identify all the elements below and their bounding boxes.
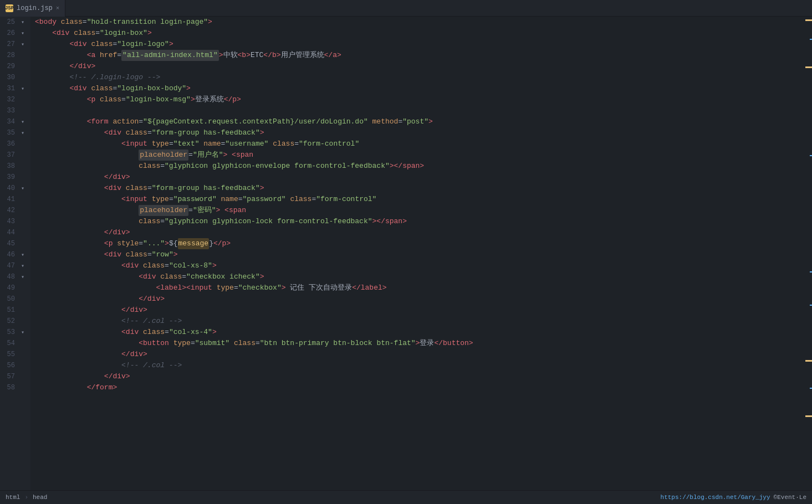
code-line: <body class="hold-transition login-page"… — [35, 17, 812, 28]
token-text: = — [147, 127, 152, 138]
token-tag: > — [260, 271, 264, 282]
code-area[interactable]: <body class="hold-transition login-page"… — [30, 17, 812, 490]
token-tag: <div — [139, 271, 156, 282]
fold-indicator[interactable]: ▾ — [19, 85, 26, 92]
line-number: 33 — [0, 107, 19, 115]
token-string: "form-group has-feedback" — [152, 127, 260, 138]
code-line: </div> — [35, 294, 812, 305]
token-tag: </a> — [324, 50, 341, 61]
token-text: = — [165, 260, 169, 271]
token-tag: </p> — [224, 94, 241, 105]
gutter-row: 55 — [0, 349, 30, 360]
gutter-row: 32 — [0, 94, 30, 105]
tab-login-jsp[interactable]: JSP login.jsp × — [0, 0, 65, 17]
line-number: 27 — [0, 40, 19, 48]
edge-mark-7 — [805, 360, 812, 362]
token-tag: <p — [104, 238, 113, 249]
token-text: = — [121, 94, 126, 105]
token-tag: > — [169, 39, 173, 50]
gutter-row: 38 — [0, 161, 30, 172]
line-number: 40 — [0, 184, 19, 192]
tab-filename: login.jsp — [17, 4, 53, 12]
token-tag: </div> — [121, 349, 147, 360]
code-line: <div class="checkbox icheck"> — [35, 271, 812, 282]
line-gutter: 25▾26▾27▾28293031▾323334▾35▾3637383940▾4… — [0, 17, 30, 490]
code-line: </div> — [35, 172, 812, 183]
tab-bar: JSP login.jsp × — [0, 0, 812, 17]
token-attr-highlight: placeholder — [139, 205, 188, 216]
line-number: 30 — [0, 74, 19, 81]
fold-indicator[interactable]: ▾ — [19, 274, 26, 280]
line-number: 32 — [0, 96, 19, 104]
token-text — [109, 116, 113, 127]
breadcrumb-head: head — [33, 494, 47, 501]
gutter-row: 29 — [0, 61, 30, 72]
gutter-row: 50 — [0, 294, 30, 305]
code-line: <form action="${pageContext.request.cont… — [35, 116, 812, 127]
token-text — [95, 94, 100, 105]
token-tag: </div> — [104, 172, 130, 183]
line-number: 58 — [0, 384, 19, 392]
fold-indicator[interactable]: ▾ — [19, 119, 26, 125]
line-number: 54 — [0, 340, 19, 347]
token-text: = — [256, 338, 260, 349]
code-line: placeholder="用户名"> <span — [35, 150, 812, 161]
code-line — [35, 105, 812, 116]
token-text — [286, 194, 290, 205]
gutter-row: 42 — [0, 205, 30, 216]
fold-indicator[interactable]: ▾ — [19, 329, 26, 336]
token-text: = — [169, 194, 173, 205]
fold-indicator[interactable]: ▾ — [19, 263, 26, 269]
line-number: 41 — [0, 196, 19, 203]
fold-indicator[interactable]: ▾ — [19, 130, 26, 136]
token-tag: > — [416, 338, 420, 349]
gutter-row: 57 — [0, 371, 30, 382]
edge-mark-4 — [810, 155, 812, 156]
token-tag: <div — [52, 28, 69, 39]
right-edge-marks — [805, 17, 812, 490]
status-breadcrumb: html › head — [6, 494, 47, 501]
token-text — [212, 282, 217, 294]
token-tag: > — [165, 238, 169, 249]
breadcrumb-sep-1: › — [24, 494, 28, 501]
token-comment: <!-- /.col --> — [121, 316, 182, 327]
code-line: <p style="...">${message}</p> — [35, 238, 812, 249]
token-attr: class — [126, 249, 147, 260]
token-text: 用户管理系统 — [281, 50, 324, 61]
token-text: = — [294, 138, 299, 150]
fold-indicator[interactable]: ▾ — [19, 19, 26, 25]
gutter-row: 33 — [0, 105, 30, 116]
token-tag: > — [212, 327, 217, 338]
fold-indicator[interactable]: ▾ — [19, 30, 26, 37]
token-tag: <div — [121, 327, 139, 338]
editor-container: 25▾26▾27▾28293031▾323334▾35▾3637383940▾4… — [0, 17, 812, 490]
token-tag: </div> — [121, 305, 147, 316]
code-line: <!-- /.col --> — [35, 316, 812, 327]
token-tag: </div> — [104, 371, 130, 382]
token-string: "form-control" — [299, 138, 359, 150]
token-text — [69, 28, 74, 39]
tab-close-button[interactable]: × — [56, 5, 60, 12]
token-text: = — [398, 116, 402, 127]
token-text: = — [221, 138, 226, 150]
line-number: 53 — [0, 328, 19, 336]
token-tag: </button> — [434, 338, 473, 349]
token-text — [121, 127, 126, 138]
token-string: "form-group has-feedback" — [152, 183, 260, 194]
token-tag: <div — [69, 39, 86, 50]
token-text: = — [238, 194, 243, 205]
code-line: </div> — [35, 227, 812, 238]
fold-indicator[interactable]: ▾ — [19, 251, 26, 258]
token-text — [200, 138, 204, 150]
fold-indicator[interactable]: ▾ — [19, 41, 26, 48]
token-text: = — [160, 216, 165, 227]
token-text: 中软 — [223, 50, 238, 61]
fold-indicator[interactable]: ▾ — [19, 185, 26, 192]
code-line: </div> — [35, 61, 812, 72]
token-attr: class — [143, 327, 165, 338]
token-tag: > — [212, 260, 217, 271]
code-line: class="glyphicon glyphicon-envelope form… — [35, 161, 812, 172]
line-number: 26 — [0, 29, 19, 37]
line-number: 38 — [0, 162, 19, 170]
token-text — [87, 83, 91, 94]
